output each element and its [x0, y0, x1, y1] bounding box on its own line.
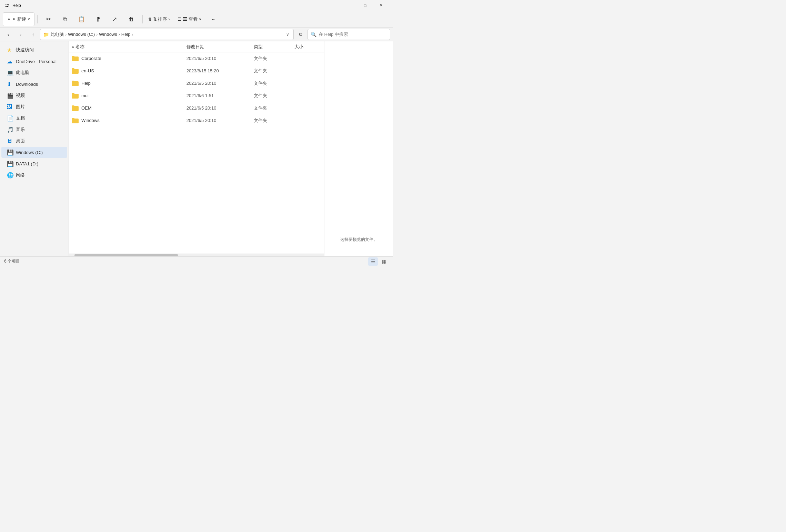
paste-button[interactable]: 📋 [73, 12, 90, 26]
preview-hint: 选择要预览的文件。 [340, 237, 377, 243]
file-date-cell: 2021/6/5 20:10 [187, 118, 254, 123]
scrollbar-track[interactable] [69, 254, 324, 256]
search-icon: 🔍 [311, 32, 316, 37]
share-icon: ↗ [112, 16, 117, 22]
new-button[interactable]: ✦ ✦ 新建 ∨ [3, 12, 34, 26]
paste-icon: 📋 [78, 16, 85, 22]
status-bar: 6 个项目 ☰ ▦ [0, 256, 393, 266]
table-row[interactable]: Corporate 2021/6/5 20:10 文件夹 [69, 52, 324, 65]
sidebar-label-documents: 文档 [16, 115, 63, 121]
sidebar-item-network[interactable]: 🌐 网络 [1, 170, 67, 181]
sidebar-item-quickaccess[interactable]: ★ 快速访问 [1, 44, 67, 55]
forward-button[interactable]: › [15, 29, 26, 40]
file-type-cell: 文件夹 [254, 105, 294, 111]
title-bar: 🗂 Help — □ ✕ [0, 0, 393, 11]
search-box[interactable]: 🔍 [308, 29, 390, 40]
back-button[interactable]: ‹ [3, 29, 14, 40]
sort-dropdown-icon: ∨ [168, 17, 171, 21]
sidebar-item-documents[interactable]: 📄 文档 [1, 113, 67, 124]
sidebar: ★ 快速访问 ☁ OneDrive - Personal 💻 此电脑 ⬇ Dow… [0, 41, 69, 256]
sort-button[interactable]: ⇅ ⇅ 排序 ∨ [145, 12, 174, 26]
more-icon: ··· [212, 17, 215, 22]
main-layout: ★ 快速访问 ☁ OneDrive - Personal 💻 此电脑 ⬇ Dow… [0, 41, 393, 256]
table-row[interactable]: OEM 2021/6/5 20:10 文件夹 [69, 102, 324, 114]
sidebar-item-desktop[interactable]: 🖥 桌面 [1, 135, 67, 146]
title-bar-left: 🗂 Help [4, 3, 21, 8]
share-button[interactable]: ↗ [107, 12, 123, 26]
table-row[interactable]: mui 2021/6/6 1:51 文件夹 [69, 90, 324, 102]
search-input[interactable] [319, 32, 387, 37]
edit-group: ✂ ⧉ 📋 ⁋ ↗ 🗑 [40, 12, 140, 26]
col-name-label: 名称 [75, 44, 84, 50]
file-list: Corporate 2021/6/5 20:10 文件夹 en-US 2023/… [69, 52, 324, 254]
file-name-cell: en-US [72, 68, 187, 74]
close-button[interactable]: ✕ [373, 0, 389, 11]
view-label: ☰ 查看 [183, 16, 198, 22]
breadcrumb-windows[interactable]: Windows [99, 32, 117, 37]
sep-2: › [96, 32, 98, 37]
new-dropdown-icon: ∨ [28, 17, 30, 21]
sidebar-item-windowsc[interactable]: 💾 Windows (C:) [1, 147, 67, 158]
rename-icon: ⁋ [97, 16, 100, 22]
file-name: Windows [81, 118, 100, 123]
file-name: Corporate [81, 56, 101, 61]
detail-view-button[interactable]: ▦ [379, 257, 389, 266]
scrollbar-thumb[interactable] [74, 254, 178, 256]
sidebar-label-videos: 视频 [16, 92, 63, 99]
delete-button[interactable]: 🗑 [123, 12, 140, 26]
sidebar-item-pictures[interactable]: 🖼 图片 [1, 101, 67, 112]
sidebar-item-music[interactable]: 🎵 音乐 [1, 124, 67, 135]
file-name: Help [81, 81, 91, 86]
folder-icon [72, 68, 79, 74]
sidebar-item-videos[interactable]: 🎬 视频 [1, 90, 67, 101]
copy-button[interactable]: ⧉ [57, 12, 73, 26]
breadcrumb-windows-c-label: Windows (C:) [68, 32, 95, 37]
breadcrumb-help[interactable]: Help [121, 32, 131, 37]
address-dropdown-icon[interactable]: ∨ [285, 32, 291, 37]
sidebar-item-downloads[interactable]: ⬇ Downloads [1, 79, 67, 90]
videos-icon: 🎬 [7, 92, 13, 99]
more-button[interactable]: ··· [205, 12, 222, 26]
network-icon: 🌐 [7, 172, 13, 178]
col-header-date[interactable]: 修改日期 [187, 44, 254, 50]
minimize-button[interactable]: — [341, 0, 357, 11]
quickaccess-icon: ★ [7, 47, 13, 53]
folder-icon [72, 118, 79, 123]
file-type-cell: 文件夹 [254, 68, 294, 74]
folder-icon [72, 81, 79, 86]
file-type-cell: 文件夹 [254, 80, 294, 86]
address-path[interactable]: 📁 此电脑 › Windows (C:) › Windows › Help › … [40, 29, 294, 40]
up-button[interactable]: ↑ [28, 29, 39, 40]
table-row[interactable]: en-US 2023/8/15 15:20 文件夹 [69, 65, 324, 77]
breadcrumb-help-label: Help [121, 32, 131, 37]
breadcrumb-windows-c[interactable]: Windows (C:) [68, 32, 95, 37]
breadcrumb-thispc[interactable]: 此电脑 [50, 31, 64, 38]
refresh-button[interactable]: ↻ [295, 29, 306, 40]
sidebar-label-data1d: DATA1 (D:) [16, 161, 63, 166]
list-view-button[interactable]: ☰ [368, 257, 378, 266]
file-type-cell: 文件夹 [254, 55, 294, 62]
sidebar-label-onedrive: OneDrive - Personal [16, 59, 63, 64]
maximize-button[interactable]: □ [357, 0, 373, 11]
onedrive-icon: ☁ [7, 58, 13, 65]
view-button[interactable]: ☰ ☰ 查看 ∨ [175, 12, 204, 26]
sep-4: › [132, 32, 133, 37]
sep-1: › [65, 32, 67, 37]
col-header-name[interactable]: ∧ 名称 [72, 44, 187, 50]
folder-icon [72, 105, 79, 111]
file-date-cell: 2021/6/5 20:10 [187, 105, 254, 111]
cut-button[interactable]: ✂ [40, 12, 57, 26]
col-date-label: 修改日期 [187, 44, 204, 49]
table-row[interactable]: Help 2021/6/5 20:10 文件夹 [69, 77, 324, 90]
table-row[interactable]: Windows 2021/6/5 20:10 文件夹 [69, 114, 324, 127]
col-header-type[interactable]: 类型 [254, 44, 294, 50]
sidebar-item-data1d[interactable]: 💾 DATA1 (D:) [1, 158, 67, 169]
folder-icon [72, 56, 79, 61]
breadcrumb-thispc-label: 此电脑 [50, 31, 64, 38]
rename-button[interactable]: ⁋ [90, 12, 107, 26]
col-header-size[interactable]: 大小 [294, 44, 321, 50]
sidebar-item-onedrive[interactable]: ☁ OneDrive - Personal [1, 56, 67, 67]
path-icon: 📁 [43, 32, 49, 37]
sidebar-item-thispc[interactable]: 💻 此电脑 [1, 67, 67, 78]
sidebar-label-pictures: 图片 [16, 104, 63, 110]
